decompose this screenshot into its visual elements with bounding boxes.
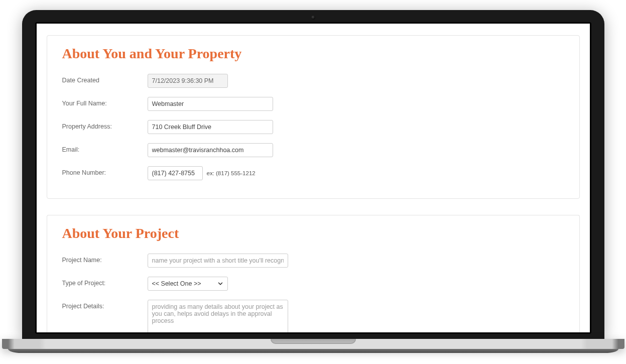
label-phone: Phone Number:	[62, 166, 148, 176]
row-project-name: Project Name:	[62, 254, 564, 268]
about-you-panel: About You and Your Property Date Created…	[47, 35, 580, 199]
laptop-base-edge	[8, 349, 618, 353]
row-property-address: Property Address:	[62, 120, 564, 134]
label-email: Email:	[62, 143, 148, 153]
about-project-panel: About Your Project Project Name: Type of…	[47, 215, 580, 332]
row-project-type: Type of Project: << Select One >>	[62, 277, 564, 291]
project-details-field[interactable]	[148, 300, 288, 332]
label-project-name: Project Name:	[62, 254, 148, 264]
label-project-type: Type of Project:	[62, 277, 148, 287]
full-name-field[interactable]	[148, 97, 273, 111]
row-full-name: Your Full Name:	[62, 97, 564, 111]
phone-hint: ex: (817) 555-1212	[207, 170, 256, 176]
project-name-field[interactable]	[148, 254, 288, 268]
label-full-name: Your Full Name:	[62, 97, 148, 107]
label-project-details: Project Details:	[62, 300, 148, 310]
row-phone: Phone Number: ex: (817) 555-1212	[62, 166, 564, 180]
row-email: Email:	[62, 143, 564, 157]
date-created-field	[148, 74, 228, 88]
label-date-created: Date Created	[62, 74, 148, 84]
screen-bezel: About You and Your Property Date Created…	[22, 10, 604, 339]
email-field[interactable]	[148, 143, 273, 157]
screen-content: About You and Your Property Date Created…	[37, 24, 590, 332]
row-project-details: Project Details:	[62, 300, 564, 332]
laptop-notch	[271, 339, 356, 344]
section-heading-about-project: About Your Project	[62, 225, 564, 241]
laptop-hinge	[2, 339, 624, 349]
camera-dot	[311, 16, 315, 20]
section-heading-about-you: About You and Your Property	[62, 46, 564, 62]
phone-field[interactable]	[148, 166, 203, 180]
project-type-select[interactable]: << Select One >>	[148, 277, 228, 291]
row-date-created: Date Created	[62, 74, 564, 88]
label-property-address: Property Address:	[62, 120, 148, 130]
property-address-field[interactable]	[148, 120, 273, 134]
laptop-mockup: About You and Your Property Date Created…	[22, 10, 604, 353]
